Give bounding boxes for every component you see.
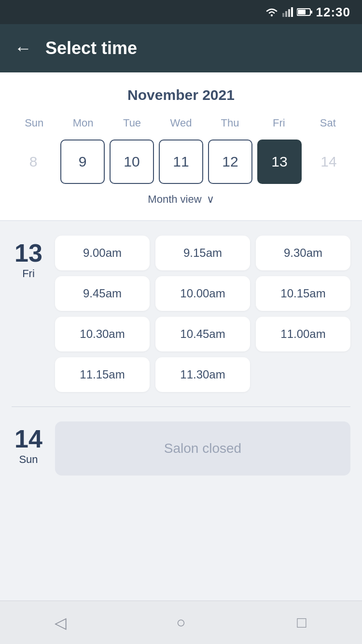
svg-rect-6 [298,10,306,14]
home-nav-icon[interactable]: ○ [169,611,193,635]
date-cell-11[interactable]: 11 [159,140,203,184]
date-cell-13[interactable]: 13 [257,140,302,184]
svg-rect-7 [311,11,312,14]
day-divider [12,406,350,407]
day-number-14: 14 [14,426,42,451]
day-header-tue: Tue [108,114,156,132]
date-cell-8[interactable]: 8 [11,140,56,184]
page-title: Select time [45,38,137,58]
svg-rect-2 [285,11,287,17]
month-view-label: Month view [148,193,201,206]
time-slot-1045am[interactable]: 10.45am [155,317,250,351]
day-label-14: 14 Sun [12,421,45,476]
wifi-icon [265,7,278,17]
svg-point-0 [271,14,273,16]
battery-icon [297,8,312,16]
day-number-13: 13 [14,240,42,266]
time-slot-1100am[interactable]: 11.00am [256,317,350,351]
date-cell-10[interactable]: 10 [110,140,154,184]
status-bar: 12:30 [0,0,362,24]
day-section-14: 14 Sun Salon closed [12,421,350,476]
day-section-13: 13 Fri 9.00am 9.15am 9.30am 9.45am 10.00… [12,236,350,392]
day-label-13: 13 Fri [12,236,45,392]
day-name-13: Fri [22,267,35,280]
recent-nav-icon[interactable]: □ [290,611,314,635]
back-nav-icon[interactable]: ◁ [48,611,72,635]
day-header-sat: Sat [304,114,352,132]
day-name-14: Sun [19,453,38,466]
bottom-nav: ◁ ○ □ [0,601,362,644]
time-slot-1000am[interactable]: 10.00am [155,276,250,311]
date-cell-12[interactable]: 12 [208,140,252,184]
salon-closed-box: Salon closed [55,421,350,476]
status-icons: 12:30 [265,5,351,20]
svg-rect-3 [288,9,290,17]
date-cell-9[interactable]: 9 [60,140,105,184]
time-slot-900am[interactable]: 9.00am [55,236,150,270]
time-slots-grid-13: 9.00am 9.15am 9.30am 9.45am 10.00am 10.1… [55,236,350,392]
day-header-sun: Sun [10,114,58,132]
time-section: 13 Fri 9.00am 9.15am 9.30am 9.45am 10.00… [0,221,362,504]
time-slot-1115am[interactable]: 11.15am [55,357,150,392]
day-header-mon: Mon [58,114,107,132]
signal-icon [282,7,293,17]
day-header-thu: Thu [206,114,254,132]
svg-rect-1 [282,13,284,17]
app-header: ← Select time [0,24,362,72]
month-year-title: November 2021 [10,87,352,103]
time-slot-1130am[interactable]: 11.30am [155,357,250,392]
time-slot-1015am[interactable]: 10.15am [256,276,350,311]
time-slot-945am[interactable]: 9.45am [55,276,150,311]
day-header-fri: Fri [254,114,303,132]
status-time: 12:30 [316,5,351,20]
time-slot-1030am[interactable]: 10.30am [55,317,150,351]
calendar-section: November 2021 Sun Mon Tue Wed Thu Fri Sa… [0,72,362,220]
chevron-down-icon: ∨ [207,193,214,206]
day-headers: Sun Mon Tue Wed Thu Fri Sat [10,114,352,132]
date-cell-14[interactable]: 14 [306,140,351,184]
time-slot-915am[interactable]: 9.15am [155,236,250,270]
month-view-toggle[interactable]: Month view ∨ [10,185,352,210]
time-slot-930am[interactable]: 9.30am [256,236,350,270]
day-header-wed: Wed [156,114,205,132]
week-row: 8 9 10 11 12 13 14 [10,138,352,185]
svg-rect-4 [291,7,293,17]
back-button[interactable]: ← [14,38,32,58]
